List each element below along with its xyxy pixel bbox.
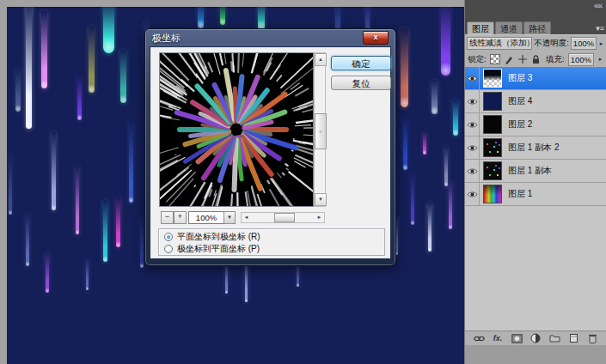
light-streak xyxy=(41,11,47,88)
light-streak xyxy=(52,131,56,210)
delete-layer-trash-icon[interactable] xyxy=(587,333,598,344)
fill-field[interactable]: 100% xyxy=(568,53,594,66)
light-streak xyxy=(89,26,95,93)
layer-name[interactable]: 图层 2 xyxy=(508,118,532,130)
zoom-out-button[interactable]: − xyxy=(161,211,174,224)
scroll-right-icon[interactable]: ► xyxy=(315,213,324,222)
new-group-icon[interactable] xyxy=(549,333,560,344)
reset-button[interactable]: 复位 xyxy=(331,76,391,90)
panel-tabs: 图层通道路径 xyxy=(465,21,606,34)
blend-mode-row: 线性减淡（添加） ▼ 不透明度: 100% ▸ xyxy=(465,34,606,52)
layer-thumbnail[interactable] xyxy=(483,69,502,88)
filter-preview[interactable] xyxy=(159,52,314,207)
preview-horizontal-scrollbar[interactable]: ◄ ► xyxy=(241,212,325,223)
scroll-down-icon[interactable]: ▼ xyxy=(315,193,327,206)
layer-thumbnail[interactable] xyxy=(483,138,502,157)
layer-thumbnail[interactable] xyxy=(483,92,502,111)
lock-transparency-icon[interactable] xyxy=(490,54,500,64)
radio-option[interactable]: 极坐标到平面坐标 (P) xyxy=(164,243,379,255)
lock-icons xyxy=(490,54,541,64)
radio-button-icon[interactable] xyxy=(164,245,173,253)
light-streak xyxy=(26,7,32,129)
workspace-left-strip xyxy=(0,7,7,364)
zoom-dropdown-icon[interactable]: ▼ xyxy=(223,211,236,224)
layer-row[interactable]: 图层 4 xyxy=(465,90,606,113)
layer-name[interactable]: 图层 3 xyxy=(508,72,532,84)
link-layers-icon[interactable] xyxy=(474,333,485,344)
layer-row[interactable]: 图层 2 xyxy=(465,113,606,136)
eye-visibility-icon[interactable] xyxy=(467,191,478,198)
light-streak xyxy=(432,80,438,114)
eye-visibility-icon[interactable] xyxy=(467,121,478,129)
panel-tab[interactable]: 通道 xyxy=(495,21,523,34)
light-streak xyxy=(258,7,265,30)
eye-visibility-icon[interactable] xyxy=(467,144,478,152)
layer-name[interactable]: 图层 4 xyxy=(508,95,532,107)
scroll-up-icon[interactable]: ▲ xyxy=(315,53,327,66)
opacity-spinner-icon[interactable]: ▸ xyxy=(598,40,604,47)
light-streak xyxy=(129,120,133,203)
layer-thumbnail[interactable] xyxy=(483,115,502,134)
light-streak xyxy=(103,7,114,53)
dialog-titlebar[interactable]: 极坐标 x xyxy=(150,29,391,46)
layer-row[interactable]: 图层 1 xyxy=(465,183,606,206)
opacity-field[interactable]: 100% xyxy=(571,37,597,50)
light-streak xyxy=(77,76,82,120)
blend-mode-select[interactable]: 线性减淡（添加） ▼ xyxy=(467,37,532,50)
layers-panel: «« 图层通道路径 ▾≡ 线性减淡（添加） ▼ 不透明度: 100% ▸ 锁定:… xyxy=(464,0,606,364)
lock-position-move-icon[interactable] xyxy=(517,54,528,64)
scroll-left-icon[interactable]: ◄ xyxy=(242,213,251,222)
lock-row: 锁定: 填充: 100% ▸ xyxy=(465,52,606,67)
eye-cell[interactable] xyxy=(465,160,480,182)
adjustment-layer-icon[interactable] xyxy=(530,333,542,344)
radio-label: 平面坐标到极坐标 (R) xyxy=(177,231,260,243)
layer-name[interactable]: 图层 1 xyxy=(508,188,532,200)
layer-row[interactable]: 图层 3 xyxy=(465,67,606,90)
eye-cell[interactable] xyxy=(465,90,480,112)
fill-value: 100% xyxy=(571,54,591,65)
layer-list: 图层 3图层 4图层 2图层 1 副本 2图层 1 副本图层 1 xyxy=(465,67,606,206)
zoom-in-button[interactable]: + xyxy=(174,211,187,224)
panel-tab[interactable]: 图层 xyxy=(467,21,494,34)
light-streak xyxy=(423,131,426,155)
eye-visibility-icon[interactable] xyxy=(467,75,478,82)
ok-button[interactable]: 确定 xyxy=(331,56,391,70)
light-streak xyxy=(116,197,120,247)
eye-visibility-icon[interactable] xyxy=(467,167,478,175)
close-icon[interactable]: x xyxy=(363,31,389,45)
light-streak xyxy=(46,252,49,293)
collapse-panel-icon[interactable]: «« xyxy=(594,2,602,10)
layer-thumbnail[interactable] xyxy=(483,161,502,180)
radio-option[interactable]: 平面坐标到极坐标 (R) xyxy=(164,231,379,243)
eye-cell[interactable] xyxy=(465,183,480,205)
zoom-level-value[interactable]: 100% xyxy=(188,211,224,224)
light-streak xyxy=(449,180,452,229)
eye-visibility-icon[interactable] xyxy=(467,98,478,106)
new-layer-icon[interactable] xyxy=(568,333,579,344)
horizontal-scroll-thumb[interactable] xyxy=(274,213,295,222)
eye-cell[interactable] xyxy=(465,113,480,136)
dialog-buttons: 确定 复位 xyxy=(331,56,391,95)
layer-thumbnail[interactable] xyxy=(483,185,502,203)
lock-all-icon[interactable] xyxy=(531,54,541,64)
light-streak xyxy=(103,200,107,262)
vertical-scroll-thumb[interactable]: ≡ xyxy=(315,113,327,149)
layer-name[interactable]: 图层 1 副本 2 xyxy=(508,142,559,154)
panel-menu-icon[interactable]: ▾≡ xyxy=(596,24,604,33)
radio-label: 极坐标到平面坐标 (P) xyxy=(177,243,260,255)
layer-row[interactable]: 图层 1 副本 2 xyxy=(465,136,606,160)
panel-tab[interactable]: 路径 xyxy=(523,21,551,34)
eye-cell[interactable] xyxy=(465,136,480,159)
add-layer-mask-icon[interactable] xyxy=(511,333,523,344)
layer-style-fx-icon[interactable]: fx. xyxy=(493,333,504,344)
eye-cell[interactable] xyxy=(465,67,480,89)
radio-button-icon[interactable] xyxy=(164,233,173,241)
light-streak xyxy=(428,203,432,252)
preview-vertical-scrollbar[interactable]: ▲ ≡ ▼ xyxy=(314,52,326,207)
light-streak xyxy=(198,7,204,28)
fill-spinner-icon[interactable]: ▸ xyxy=(597,56,603,63)
layer-row[interactable]: 图层 1 副本 xyxy=(465,160,606,183)
layer-name[interactable]: 图层 1 副本 xyxy=(508,165,552,177)
light-streak xyxy=(220,7,225,25)
lock-pixels-brush-icon[interactable] xyxy=(504,54,514,64)
